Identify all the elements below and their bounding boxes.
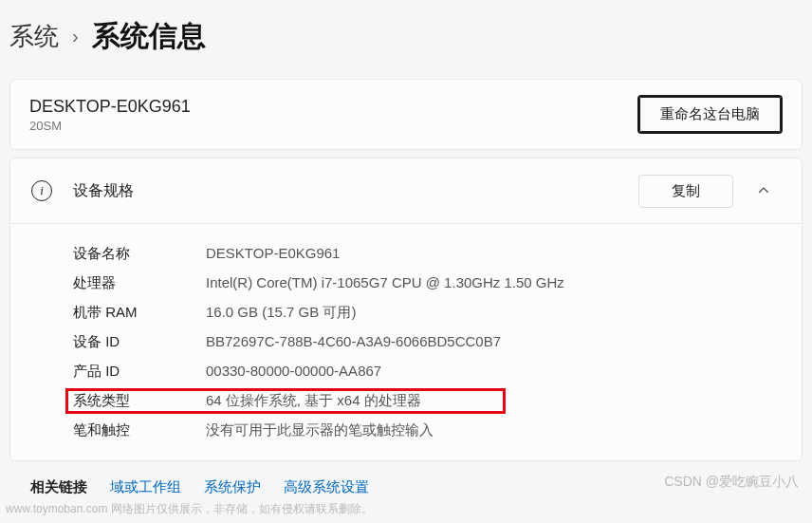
rename-pc-button[interactable]: 重命名这台电脑 [637,95,783,134]
spec-value: 00330-80000-00000-AA867 [206,363,381,381]
device-model: 20SM [29,119,191,133]
copy-button[interactable]: 复制 [638,175,733,208]
spec-label: 设备 ID [73,333,206,351]
spec-label: 机带 RAM [73,304,206,322]
spec-title: 设备规格 [73,181,134,201]
chevron-right-icon: › [72,26,79,47]
breadcrumb-parent[interactable]: 系统 [9,20,59,53]
link-system-protection[interactable]: 系统保护 [204,478,261,496]
device-card: DESKTOP-E0KG961 20SM 重命名这台电脑 [9,79,803,150]
table-row: 设备名称 DESKTOP-E0KG961 [73,239,781,269]
spec-value: 没有可用于此显示器的笔或触控输入 [206,421,434,439]
spec-body: 设备名称 DESKTOP-E0KG961 处理器 Intel(R) Core(T… [10,224,802,460]
breadcrumb: 系统 › 系统信息 [0,0,812,71]
spec-label: 系统类型 [73,392,206,410]
spec-value: DESKTOP-E0KG961 [206,245,340,263]
table-row-system-type: 系统类型 64 位操作系统, 基于 x64 的处理器 [73,386,781,416]
table-row: 笔和触控 没有可用于此显示器的笔或触控输入 [73,416,781,445]
watermark-csdn: CSDN @爱吃豌豆小八 [664,474,799,491]
collapse-button[interactable] [747,174,781,208]
spec-value: BB72697C-788B-4C60-A3A9-6066BD5CC0B7 [206,333,501,351]
table-row: 处理器 Intel(R) Core(TM) i7-1065G7 CPU @ 1.… [73,269,781,298]
link-advanced-settings[interactable]: 高级系统设置 [284,478,369,496]
spec-value: Intel(R) Core(TM) i7-1065G7 CPU @ 1.30GH… [206,274,564,292]
table-row: 设备 ID BB72697C-788B-4C60-A3A9-6066BD5CC0… [73,327,781,357]
device-name: DESKTOP-E0KG961 [29,97,191,117]
spec-label: 产品 ID [73,363,206,381]
chevron-up-icon [757,184,770,197]
spec-header[interactable]: i 设备规格 复制 [10,159,802,223]
table-row: 机带 RAM 16.0 GB (15.7 GB 可用) [73,298,781,327]
related-links-title: 相关链接 [30,478,87,496]
spec-label: 设备名称 [73,245,206,263]
watermark-source: www.toymoban.com 网络图片仅供展示，非存储，如有侵权请联系删除。 [6,501,373,517]
spec-value: 16.0 GB (15.7 GB 可用) [206,304,356,322]
breadcrumb-current: 系统信息 [92,17,206,56]
spec-label: 笔和触控 [73,421,206,439]
table-row: 产品 ID 00330-80000-00000-AA867 [73,357,781,386]
link-domain-workgroup[interactable]: 域或工作组 [110,478,181,496]
device-info: DESKTOP-E0KG961 20SM [29,97,191,133]
spec-label: 处理器 [73,274,206,292]
spec-value: 64 位操作系统, 基于 x64 的处理器 [206,392,421,410]
info-icon: i [31,180,52,201]
device-spec-card: i 设备规格 复制 设备名称 DESKTOP-E0KG961 处理器 Intel… [9,158,803,461]
